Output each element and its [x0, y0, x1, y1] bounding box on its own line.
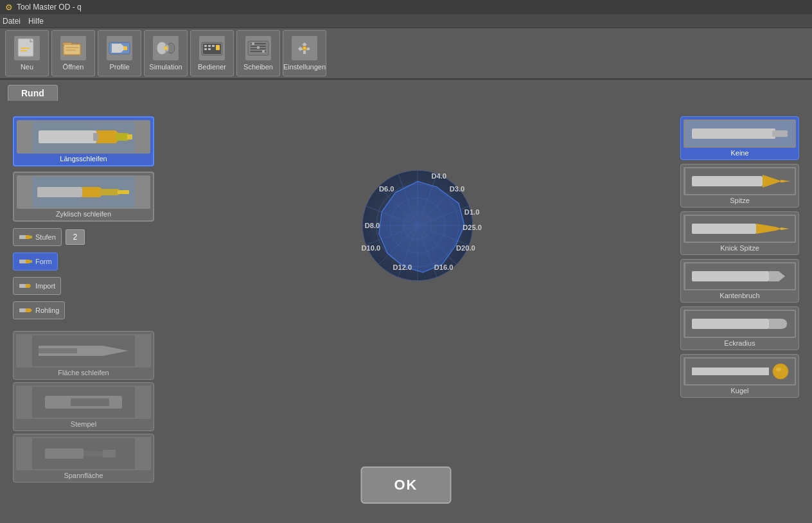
oeffnen-icon [60, 36, 86, 60]
rohling-label: Rohling [35, 306, 59, 314]
svg-text:D1.0: D1.0 [464, 208, 479, 216]
menu-hilfe[interactable]: Hilfe [28, 17, 44, 26]
svg-rect-59 [71, 398, 109, 406]
svg-rect-63 [103, 450, 116, 457]
op-stempel[interactable]: Stempel [13, 382, 154, 431]
spannflaeche-img [16, 437, 151, 470]
spitze-img [684, 167, 796, 195]
form-label: Form [35, 258, 52, 265]
toolbar-profile[interactable]: Profile [98, 30, 141, 76]
svg-text:D8.0: D8.0 [364, 222, 380, 229]
svg-point-106 [776, 368, 781, 371]
btn-stufen[interactable]: Stufen [13, 228, 62, 246]
eckradius-img [684, 310, 796, 338]
app-icon: ⚙ [5, 3, 13, 12]
action-row-stufen: Stufen 2 [13, 228, 154, 246]
svg-text:D16.0: D16.0 [434, 263, 453, 271]
einstellungen-label: Einstellungen [283, 63, 326, 71]
end-keine[interactable]: Keine [680, 116, 799, 160]
svg-rect-52 [19, 308, 26, 312]
svg-rect-56 [39, 348, 77, 353]
profile-icon [107, 36, 132, 60]
toolbar-einstellungen[interactable]: Einstellungen [283, 30, 326, 76]
eckradius-label: Eckradius [684, 339, 796, 347]
ok-area: OK [361, 466, 452, 504]
svg-rect-36 [93, 133, 98, 141]
svg-text:D6.0: D6.0 [379, 185, 394, 193]
spitze-label: Spitze [684, 197, 796, 204]
title-bar: ⚙ Tool Master OD - q [0, 0, 812, 14]
kugel-label: Kugel [684, 387, 796, 394]
laengs-img [17, 120, 150, 154]
end-kantenbruch[interactable]: Kantenbruch [680, 259, 799, 303]
svg-rect-91 [692, 176, 763, 186]
toolbar-scheiben[interactable]: Scheiben [236, 30, 280, 76]
svg-rect-19 [208, 45, 211, 47]
zyklisch-label: Zyklisch schleifen [17, 210, 150, 218]
op-flaeche[interactable]: Fläche schleifen [13, 331, 154, 380]
op-spannflaeche[interactable]: Spannfläche [13, 434, 154, 483]
form-icon [19, 256, 33, 267]
svg-text:D25.0: D25.0 [463, 224, 482, 231]
svg-rect-44 [19, 235, 26, 239]
svg-rect-89 [772, 130, 788, 137]
svg-point-15 [164, 46, 168, 50]
svg-rect-62 [84, 451, 103, 456]
svg-rect-50 [19, 284, 26, 288]
end-knick-spitze[interactable]: Knick Spitze [680, 211, 799, 255]
stufen-icon [19, 232, 33, 242]
ok-button[interactable]: OK [361, 466, 452, 504]
svg-text:D4.0: D4.0 [431, 172, 446, 180]
left-panel: Längsschleifen Zyklisch schleifen [13, 110, 154, 513]
scheiben-icon [245, 36, 271, 60]
svg-rect-47 [19, 260, 26, 263]
btn-form[interactable]: Form [13, 253, 58, 270]
op-laengs[interactable]: Längsschleifen [13, 116, 154, 166]
svg-marker-53 [26, 308, 32, 312]
end-kugel[interactable]: Kugel [680, 354, 799, 398]
svg-point-105 [773, 364, 788, 379]
stufen-label: Stufen [35, 233, 56, 241]
toolbar-bediener[interactable]: Bediener [190, 30, 234, 76]
kantenbruch-label: Kantenbruch [684, 292, 796, 299]
end-spitze[interactable]: Spitze [680, 164, 799, 208]
menu-datei[interactable]: Datei [3, 17, 21, 26]
svg-rect-34 [39, 130, 96, 143]
laengs-label: Längsschleifen [17, 155, 150, 163]
svg-rect-6 [64, 45, 80, 54]
toolbar-simulation[interactable]: Simulation [144, 30, 188, 76]
svg-rect-11 [123, 46, 127, 50]
bediener-icon [199, 36, 225, 60]
stempel-label: Stempel [16, 420, 151, 428]
flaeche-label: Fläche schleifen [16, 369, 151, 377]
btn-import[interactable]: Import [13, 277, 61, 295]
action-row-import: Import [13, 277, 154, 295]
stufen-count[interactable]: 2 [66, 229, 85, 245]
menu-bar: Datei Hilfe [0, 14, 812, 28]
bottom-ops: Fläche schleifen Stempel [13, 331, 154, 483]
svg-rect-2 [21, 48, 30, 49]
svg-point-32 [303, 46, 306, 50]
end-eckradius[interactable]: Eckradius [680, 306, 799, 350]
svg-rect-3 [21, 50, 27, 51]
btn-rohling[interactable]: Rohling [13, 301, 65, 319]
tab-rund[interactable]: Rund [8, 85, 58, 101]
op-zyklisch[interactable]: Zyklisch schleifen [13, 172, 154, 222]
svg-marker-51 [26, 284, 31, 288]
simulation-label: Simulation [149, 63, 182, 71]
bediener-label: Bediener [198, 63, 226, 71]
svg-rect-22 [208, 48, 211, 50]
action-row-rohling: Rohling [13, 301, 154, 319]
oeffnen-label: Öffnen [63, 63, 84, 71]
toolbar: Neu Öffnen Profile [0, 28, 812, 80]
svg-rect-38 [127, 134, 132, 139]
svg-rect-104 [692, 368, 769, 375]
einstellungen-icon [292, 36, 317, 60]
main-content: Längsschleifen Zyklisch schleifen [0, 103, 812, 520]
toolbar-oeffnen[interactable]: Öffnen [51, 30, 95, 76]
zyklisch-img [17, 175, 150, 209]
svg-rect-46 [30, 236, 32, 238]
svg-rect-99 [692, 271, 769, 281]
svg-rect-18 [204, 45, 207, 47]
toolbar-neu[interactable]: Neu [5, 30, 49, 76]
